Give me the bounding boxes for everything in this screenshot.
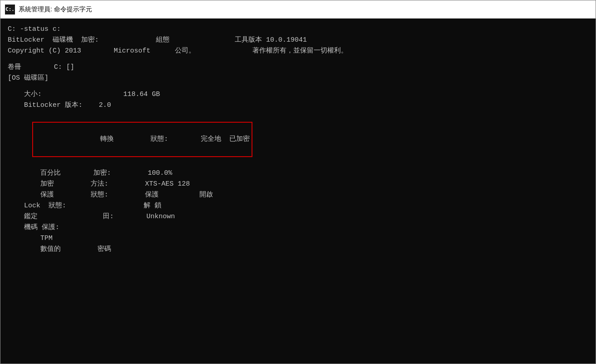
os-line: [OS 磁碟區] (8, 73, 588, 84)
tpm-line: TPM (8, 233, 588, 244)
conversion-status-highlight: 轉換 狀態: 完全地 已加密 (32, 122, 252, 157)
protection-line: 保護 狀態: 保護 開啟 (8, 190, 588, 201)
copyright-line: Copyright (C) 2013 Microsoft 公司。 著作權所有，並… (8, 46, 588, 57)
numeric-line: 數值的 密碼 (8, 244, 588, 255)
header-line: BitLocker 磁碟機 加密: 組態 工具版本 10.0.19041 (8, 35, 588, 46)
cmd-line: C: -status c: (8, 24, 588, 35)
version-line: BitLocker 版本: 2.0 (8, 100, 588, 111)
console-output: C: -status c: BitLocker 磁碟機 加密: 組態 工具版本 … (0, 19, 596, 364)
size-line: 大小: 118.64 GB (8, 89, 588, 100)
cmd-icon: C:. (5, 5, 15, 14)
id-line: 鑑定 田: Unknown (8, 211, 588, 222)
conversion-line: 轉換 狀態: 完全地 已加密 (8, 111, 588, 168)
lock-line: Lock 狀態: 解 鎖 (8, 201, 588, 211)
volume-line: 卷冊 C: [] (8, 62, 588, 73)
encryption-line: 加密 方法: XTS-AES 128 (8, 179, 588, 190)
protection2-line: 機碼 保護: (8, 222, 588, 233)
window: C:. 系統管理員: 命令提示字元 C: -status c: BitLocke… (0, 0, 596, 364)
window-title: 系統管理員: 命令提示字元 (19, 5, 92, 14)
title-bar: C:. 系統管理員: 命令提示字元 (0, 0, 596, 19)
percent-line: 百分比 加密: 100.0% (8, 168, 588, 179)
